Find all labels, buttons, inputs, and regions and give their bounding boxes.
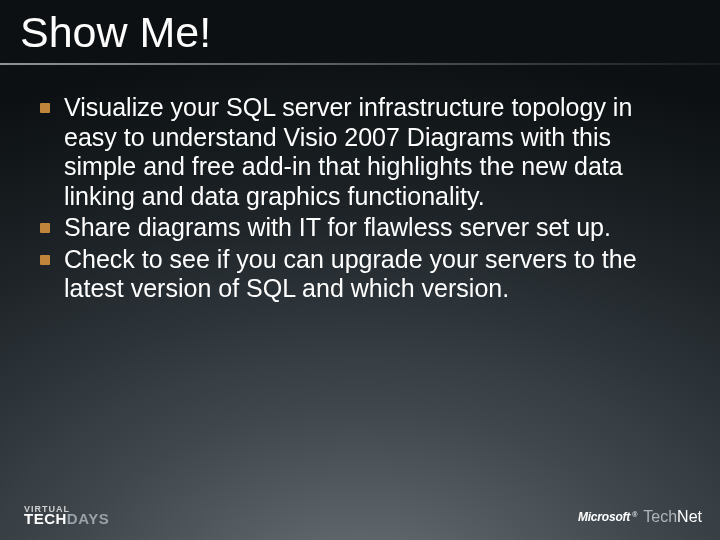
- logo-word-days: DAYS: [67, 510, 109, 527]
- microsoft-technet-logo: Microsoft ® TechNet: [578, 508, 702, 526]
- logo-line2: TECHDAYS: [24, 513, 109, 526]
- slide-content: Visualize your SQL server infrastructure…: [0, 65, 720, 304]
- virtual-techdays-logo: VIRTUAL TECHDAYS: [24, 506, 109, 526]
- bullet-list: Visualize your SQL server infrastructure…: [40, 93, 680, 304]
- list-item: Check to see if you can upgrade your ser…: [40, 245, 680, 304]
- list-item: Visualize your SQL server infrastructure…: [40, 93, 680, 211]
- technet-text: TechNet: [643, 508, 702, 526]
- list-item: Share diagrams with IT for flawless serv…: [40, 213, 680, 243]
- registered-icon: ®: [632, 511, 637, 518]
- technet-word-tech: Tech: [643, 508, 677, 525]
- slide-title: Show Me!: [0, 0, 720, 57]
- microsoft-text: Microsoft: [578, 510, 630, 524]
- slide: Show Me! Visualize your SQL server infra…: [0, 0, 720, 540]
- slide-footer: VIRTUAL TECHDAYS Microsoft ® TechNet: [24, 506, 702, 526]
- logo-word-tech: TECH: [24, 510, 67, 527]
- microsoft-logo: Microsoft ®: [578, 510, 637, 524]
- technet-word-net: Net: [677, 508, 702, 525]
